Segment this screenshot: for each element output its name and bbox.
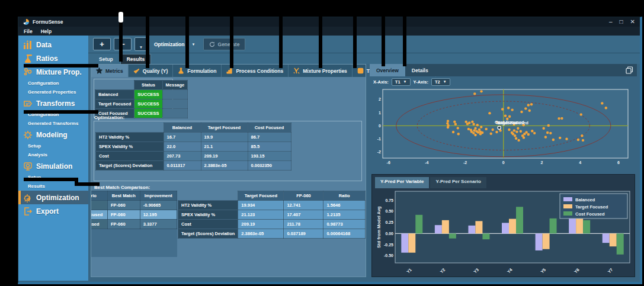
tab-details[interactable]: Details <box>405 64 435 76</box>
table-row[interactable]: Cost209.19211.780.98773 <box>178 220 366 229</box>
table-row[interactable]: Target (Scores) Deviation2.3863e-050.037… <box>178 229 366 239</box>
cell[interactable]: 21.123 <box>238 210 284 220</box>
sidebar-item-export[interactable]: Export <box>18 204 88 218</box>
cell[interactable]: 19.9 <box>201 133 248 142</box>
cell[interactable] <box>162 99 188 109</box>
row-label[interactable]: Target (Scores) Deviation <box>178 229 238 239</box>
cell[interactable]: 0.0032350 <box>248 161 291 171</box>
cell[interactable]: 19.934 <box>238 201 284 210</box>
sidebar-item-simulation[interactable]: Simulation <box>18 159 88 173</box>
row-label[interactable]: Cost Focused <box>91 220 107 229</box>
cell[interactable]: FP-060 <box>107 220 140 229</box>
cell[interactable]: 209.19 <box>201 152 248 161</box>
cell[interactable]: FP-060 <box>107 201 140 210</box>
table-row[interactable]: Target (Scores) Deviation0.0113172.3863e… <box>96 161 291 171</box>
row-label[interactable]: Target Focused <box>95 99 134 109</box>
scenario-selector[interactable]: Optimization 2 ▼ <box>154 41 196 47</box>
row-label[interactable]: SPEX Validity % <box>178 210 238 220</box>
tab-setup[interactable]: Setup <box>93 54 119 64</box>
row-label[interactable]: Cost <box>178 220 238 229</box>
cell[interactable]: 0.98773 <box>323 220 366 229</box>
sidebar-subitem-generated-properties[interactable]: Generated Properties <box>18 88 88 97</box>
minimize-button[interactable]: – <box>609 19 613 25</box>
scores-scatter-chart[interactable]: -6-4-20246-2-1012BalancedTarget FocusedC… <box>370 87 637 170</box>
table-row[interactable]: Target FocusedSUCCESS <box>95 99 188 109</box>
y-axis-dropdown[interactable]: T2 ▼ <box>431 78 450 86</box>
sidebar-item-ratios[interactable]: Ratios <box>18 52 88 65</box>
x-axis-dropdown[interactable]: T1 ▼ <box>392 78 411 86</box>
cell[interactable]: 209.19 <box>238 220 284 229</box>
cell[interactable]: 3.3377 <box>140 220 177 229</box>
cell[interactable]: 12.741 <box>284 201 323 210</box>
cell[interactable]: 0.037189 <box>284 229 323 239</box>
table-row[interactable]: HT2 Validity %16.719.986.7 <box>96 133 291 142</box>
remove-scenario-button[interactable]: − <box>114 38 132 50</box>
sidebar-subitem-modeling-setup[interactable]: Setup <box>18 142 88 150</box>
cell[interactable]: 2.3863e-05 <box>201 161 248 171</box>
sidebar-subitem-modeling-analysis[interactable]: Analysis <box>18 150 88 159</box>
row-label[interactable]: Cost <box>96 152 164 161</box>
maximize-button[interactable]: □ <box>620 19 623 25</box>
tab-overview[interactable]: Overview <box>370 64 405 76</box>
menu-help[interactable]: Help <box>41 28 52 34</box>
cell[interactable]: 17.407 <box>284 210 323 220</box>
gear-icon <box>23 130 33 140</box>
cell[interactable]: 21.1 <box>201 142 248 152</box>
generate-button[interactable]: Generate <box>203 38 246 50</box>
cell[interactable] <box>162 90 188 99</box>
cell[interactable]: FP-060 <box>107 210 140 220</box>
close-button[interactable]: ✕ <box>630 19 635 25</box>
cell[interactable]: 211.78 <box>284 220 323 229</box>
table-row[interactable]: Cost207.73209.19193.15 <box>96 152 291 161</box>
tab-formulation[interactable]: Formulation <box>173 65 222 77</box>
tab-ypred-per-variable[interactable]: Y-Pred Per Variable <box>375 177 429 188</box>
cell[interactable]: 0.011317 <box>164 161 201 171</box>
sidebar-item-modeling[interactable]: Modeling <box>18 128 88 142</box>
table-row[interactable]: SPEX Validity %21.12317.4071.2135 <box>178 210 366 220</box>
cell[interactable]: 16.7 <box>164 133 201 142</box>
cell[interactable]: 207.73 <box>164 152 201 161</box>
row-label[interactable]: HT2 Validity % <box>178 201 238 210</box>
sidebar-item-optimization[interactable]: Optimization <box>18 191 88 204</box>
sidebar-item-transforms[interactable]: x² Transforms <box>18 97 88 110</box>
cell[interactable]: 2.3863e-05 <box>238 229 284 239</box>
table-row[interactable]: HT2 Validity %19.93412.7411.5646 <box>178 201 366 210</box>
ypred-bar-chart[interactable]: -0.50-0.250.000.250.500.75Y1Y2Y3Y4Y5Y6Y7… <box>375 188 632 281</box>
cell[interactable]: 193.15 <box>248 152 291 161</box>
table-row[interactable]: BalancedSUCCESS <box>95 90 188 99</box>
cell[interactable]: 12.195 <box>140 210 177 220</box>
cell[interactable]: SUCCESS <box>134 99 162 109</box>
cell[interactable]: 1.5646 <box>323 201 366 210</box>
cell[interactable] <box>162 109 188 118</box>
cell[interactable]: 85.5 <box>248 142 291 152</box>
sidebar-subitem-generated-transforms[interactable]: Generated Transforms <box>18 119 88 128</box>
tab-quality-y[interactable]: Quality (Y) <box>129 65 174 77</box>
menu-file[interactable]: File <box>24 28 33 34</box>
cell[interactable]: -0.90665 <box>140 201 177 210</box>
table-row[interactable]: Target FocusedFP-06012.195 <box>91 210 177 220</box>
table-row[interactable]: Cost FocusedFP-0603.3377 <box>91 220 177 229</box>
sidebar-item-data[interactable]: Data <box>18 38 88 52</box>
cell[interactable]: 1.2135 <box>323 210 366 220</box>
sidebar-subitem-mixture-configuration[interactable]: Configuration <box>18 79 88 88</box>
row-label[interactable]: SPEX Validity % <box>96 142 164 152</box>
row-label[interactable]: Target (Scores) Deviation <box>96 161 164 171</box>
sidebar-item-label: Simulation <box>36 162 72 171</box>
row-label[interactable]: HT2 Validity % <box>96 133 164 142</box>
table-row[interactable]: BalancedFP-060-0.90665 <box>91 201 177 210</box>
row-label[interactable]: Balanced <box>91 201 107 210</box>
results-panel: Metrics Quality (Y) Formulation Pro <box>91 64 366 277</box>
cell[interactable]: 86.7 <box>248 133 291 142</box>
copy-icon[interactable] <box>626 66 633 74</box>
svg-text:1: 1 <box>379 111 381 115</box>
cell[interactable]: 22.0 <box>164 142 201 152</box>
row-label[interactable]: Target Focused <box>91 210 107 220</box>
cell[interactable]: SUCCESS <box>134 90 162 99</box>
cell[interactable]: SUCCESS <box>134 109 162 118</box>
row-label[interactable]: Balanced <box>95 90 134 99</box>
status-table-box: StatusMessageBalancedSUCCESSTarget Focus… <box>94 79 173 118</box>
tab-ypred-per-scenario[interactable]: Y-Pred Per Scenario <box>430 177 486 188</box>
add-scenario-button[interactable]: + <box>93 38 111 50</box>
table-row[interactable]: SPEX Validity %22.021.185.5 <box>96 142 291 152</box>
cell[interactable]: 0.00064168 <box>323 229 366 239</box>
